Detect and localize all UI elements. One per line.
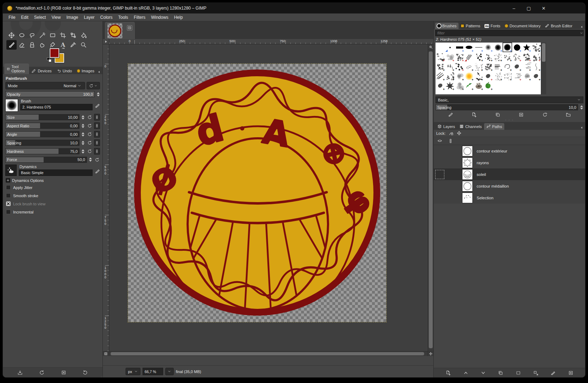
checkbox-lock-brush-to-view[interactable]: Lock brush to view [6,201,100,206]
checkbox-box[interactable] [6,201,11,206]
brush-cell-swirl[interactable]: + [503,62,512,71]
brush-cell-soft1[interactable]: + [483,43,493,52]
zoom-fit-icon[interactable] [428,44,433,50]
brush-cell-blank[interactable] [436,43,445,52]
spinner[interactable] [81,141,85,145]
path-row-rayons[interactable]: rayons [434,157,585,168]
menu-item-edit[interactable]: Edit [18,14,31,21]
brush-cell-fluff[interactable]: + [445,52,455,62]
navigation-icon[interactable] [428,351,433,356]
brush-cell-tex[interactable]: + [531,43,541,52]
tool-color-picker[interactable] [68,40,78,50]
hardness-slider[interactable]: Hardness75,0 [5,148,79,154]
dock-tab-document-history[interactable]: Document History [503,23,543,29]
quick-mask-icon[interactable] [103,351,109,356]
tool-eraser[interactable] [17,40,27,50]
strokep-button[interactable] [550,370,556,376]
tool-bucket-fill[interactable] [78,30,89,40]
spinner[interactable] [81,132,85,137]
opacity-slider[interactable]: Opacity100,0 [5,91,95,97]
tab-images[interactable]: Images [74,68,97,74]
mode-reset-button[interactable] [87,82,100,89]
brush-cell-blob[interactable]: + [436,81,445,90]
eye-icon[interactable] [434,138,445,143]
checkbox-box[interactable] [6,193,11,198]
path-row-selection[interactable]: Selection [434,192,585,204]
menu-item-colors[interactable]: Colors [98,14,116,21]
brush-cell-dense[interactable]: + [436,62,445,71]
spinner[interactable] [579,105,583,110]
tool-paintbrush[interactable] [6,40,17,50]
foreground-color-swatch[interactable] [50,48,59,58]
spinner[interactable] [88,157,92,162]
dock-tab-brush-editor[interactable]: Brush Editor [543,22,575,29]
checkbox-apply-jitter[interactable]: Apply Jitter [6,185,100,190]
raise-button[interactable] [463,370,468,376]
tool-free-select[interactable] [27,30,37,40]
menu-item-filters[interactable]: Filters [131,14,148,21]
spacing-slider[interactable]: Spacing10,0 [5,140,79,146]
dup-button[interactable] [495,112,500,117]
horizontal-ruler[interactable]: 025050075010001250 [109,39,433,44]
aspect-ratio-slider[interactable]: Aspect Ratio0,00 [5,123,79,129]
dialog-tab-channels[interactable]: Channels [457,123,484,130]
brush-cell-dots[interactable]: + [483,52,493,62]
edit-dynamics-icon[interactable] [95,169,100,174]
reset-icon[interactable] [86,123,93,129]
dock-menu-icon[interactable] [579,126,584,130]
brush-cell-dense[interactable]: + [483,62,493,71]
neww-button[interactable] [445,370,451,376]
brush-cell-tex[interactable]: + [531,52,541,62]
del-button[interactable] [568,370,573,376]
brush-cell-thin[interactable]: + [531,62,541,71]
tab-undo[interactable]: Undo [54,67,74,74]
brush-cell-diag[interactable]: + [436,71,445,81]
brush-cell-fluff[interactable]: + [522,71,531,81]
tab-devices[interactable]: Devices [29,67,54,74]
brush-cell-sun[interactable]: + [464,71,474,81]
brush-grid-scroll-handle[interactable] [542,43,545,62]
checkbox-incremental[interactable]: Incremental [6,210,100,214]
dialog-tab-layers[interactable]: Layers [435,123,457,130]
checkbox-box[interactable] [6,210,11,214]
brush-cell-fluff[interactable]: + [455,81,464,90]
dock-tab-patterns[interactable]: Patterns [459,23,482,29]
force-slider[interactable]: Force50,0 [5,157,87,163]
dynamics-options-expander[interactable]: Dynamics Options [6,178,100,183]
path-row-contour-extérieur[interactable]: contour extérieur [434,145,585,157]
visibility-toggle[interactable] [434,170,445,179]
brush-cell-circle[interactable]: + [512,43,522,52]
spinner[interactable] [81,124,85,128]
brush-cell-tinydot[interactable]: + [445,71,455,81]
menu-item-help[interactable]: Help [171,14,186,21]
brush-cell-wilber[interactable]: + [474,81,483,90]
dynamics-name-field[interactable]: Basic Simple [19,170,93,176]
open-button[interactable] [566,112,571,117]
tool-rect-select[interactable] [48,30,58,40]
reset-icon[interactable] [86,148,93,155]
image-canvas[interactable]: ØdA⊗φ [128,64,386,322]
close-image-icon[interactable] [127,25,132,30]
close-button[interactable]: ✕ [538,4,550,12]
reset-icon[interactable] [86,131,93,138]
angle-slider[interactable]: Angle0,00 [5,131,79,137]
revert-button[interactable] [39,370,44,375]
tool-transform[interactable] [68,30,78,40]
image-tab[interactable] [105,22,135,39]
reset-icon[interactable] [94,156,100,163]
edit-brush-icon[interactable] [95,103,100,109]
dock-tab-brushes[interactable]: Brushes [435,23,459,29]
save-button[interactable] [17,370,23,375]
brush-cell-grain[interactable]: + [474,62,483,71]
canvas-viewport[interactable]: ØdA⊗φ [109,44,428,351]
minimize-button[interactable]: – [508,4,520,12]
tool-zoom[interactable] [78,40,89,50]
zoom-input[interactable]: 66,7 % [143,368,163,375]
brush-thumbnail[interactable] [5,99,18,112]
vertical-ruler[interactable]: 025050075010001250 [103,44,109,351]
size-slider[interactable]: Size10,00 [5,114,79,120]
dock-menu-icon[interactable] [97,70,101,74]
brush-cell-blob[interactable]: + [531,71,541,81]
lock-path-strokes-icon[interactable] [449,131,454,136]
link-brush-icon[interactable] [94,122,100,129]
